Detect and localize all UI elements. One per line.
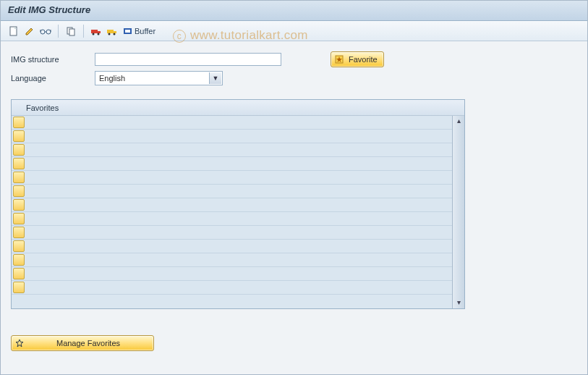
svg-point-8: [98, 33, 100, 35]
row-selector[interactable]: [13, 185, 25, 197]
row-selector[interactable]: [13, 213, 25, 224]
row-selector[interactable]: [13, 144, 25, 156]
glasses-icon[interactable]: [38, 24, 53, 38]
toolbar-separator: [58, 25, 59, 38]
svg-rect-10: [114, 31, 116, 33]
favorites-header: Favorites: [12, 100, 464, 116]
table-row: [12, 212, 452, 226]
table-row: [12, 185, 452, 198]
window-title: Edit IMG Structure: [1, 1, 587, 21]
pencil-icon[interactable]: [22, 24, 37, 38]
favorites-list: [12, 116, 452, 308]
toolbar-separator: [83, 25, 84, 38]
table-row: [12, 143, 452, 157]
application-toolbar: Buffer: [1, 21, 587, 41]
manage-favorites-label: Manage Favorites: [29, 339, 148, 347]
favorites-panel: Favorites ▴ ▾: [11, 99, 465, 309]
table-row: [12, 253, 452, 267]
svg-point-12: [114, 33, 116, 35]
dropdown-arrow-icon: ▼: [209, 72, 221, 84]
row-selector[interactable]: [13, 130, 25, 142]
table-row: [12, 116, 452, 130]
language-select[interactable]: English ▼: [95, 71, 223, 85]
favorite-button[interactable]: Favorite: [331, 51, 384, 67]
table-row: [12, 267, 452, 281]
table-row: [12, 157, 452, 171]
row-selector[interactable]: [13, 282, 25, 293]
svg-rect-5: [91, 30, 98, 33]
buffer-button[interactable]: Buffer: [121, 24, 158, 38]
table-row: [12, 281, 452, 295]
buffer-label: Buffer: [133, 27, 155, 35]
copy-icon[interactable]: [64, 24, 78, 38]
svg-point-2: [46, 30, 51, 34]
row-selector[interactable]: [13, 268, 25, 279]
transport-red-icon[interactable]: [89, 24, 103, 38]
row-selector[interactable]: [13, 117, 25, 128]
scroll-down-icon[interactable]: ▾: [453, 298, 464, 308]
transport-yellow-icon[interactable]: [105, 24, 119, 38]
img-structure-label: IMG structure: [11, 55, 95, 64]
row-selector[interactable]: [13, 240, 25, 252]
row-selector[interactable]: [13, 254, 25, 266]
row-selector[interactable]: [13, 199, 25, 211]
table-row: [12, 171, 452, 185]
table-row: [12, 226, 452, 240]
table-row: [12, 240, 452, 253]
svg-point-11: [108, 33, 111, 35]
svg-point-1: [41, 30, 45, 34]
img-structure-input[interactable]: [95, 53, 281, 66]
table-row: [12, 130, 452, 143]
favorite-button-label: Favorite: [349, 55, 378, 64]
svg-rect-4: [69, 29, 74, 35]
svg-rect-14: [125, 30, 130, 33]
svg-point-7: [93, 33, 95, 35]
scroll-up-icon[interactable]: ▴: [453, 116, 464, 127]
svg-rect-9: [107, 30, 114, 33]
row-selector[interactable]: [13, 227, 25, 238]
language-value: English: [99, 74, 125, 83]
language-label: Language: [11, 74, 95, 83]
svg-rect-6: [98, 31, 101, 33]
row-selector[interactable]: [13, 172, 25, 183]
favorites-scrollbar[interactable]: ▴ ▾: [452, 116, 464, 308]
table-row: [12, 198, 452, 212]
form-area: IMG structure Favorite Language English …: [1, 41, 587, 93]
new-doc-icon[interactable]: [7, 24, 21, 38]
manage-favorites-button[interactable]: Manage Favorites: [11, 335, 154, 351]
row-selector[interactable]: [13, 158, 25, 169]
